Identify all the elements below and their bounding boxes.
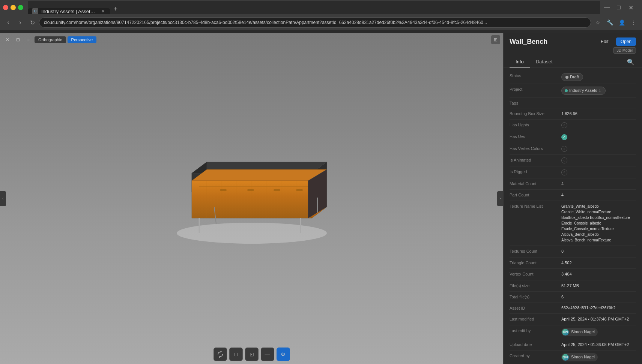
tags-row: Tags xyxy=(510,98,636,108)
viewport: ✕ ⊡ ··· Orthographic Perspective ⊞ ‹ xyxy=(0,33,503,364)
svg-rect-17 xyxy=(247,189,254,191)
back-btn[interactable]: ‹ xyxy=(3,17,14,28)
address-bar[interactable] xyxy=(39,17,591,28)
select-icon: □ xyxy=(234,351,237,357)
panel-header-actions: Edit Open xyxy=(596,37,636,46)
created-by-avatar: SN xyxy=(562,354,569,361)
right-sidebar-toggle[interactable]: › xyxy=(497,191,503,206)
edit-btn[interactable]: Edit xyxy=(596,37,613,46)
extension-btn[interactable]: 🔧 xyxy=(604,17,615,28)
status-row: Status Draft xyxy=(510,70,636,84)
forward-btn[interactable]: › xyxy=(15,17,26,28)
viewport-label: Appartment xyxy=(3,357,24,361)
bookmark-btn[interactable]: ☆ xyxy=(592,17,603,28)
select-tool-btn[interactable]: □ xyxy=(229,348,243,361)
orthographic-btn[interactable]: Orthographic xyxy=(35,36,66,43)
toolbar-icons: ☆ 🔧 👤 ⋮ xyxy=(592,17,639,28)
minimize-window-btn[interactable] xyxy=(11,5,16,10)
texture-name-list-label: Texture Name List xyxy=(510,204,558,208)
minimize-browser-btn[interactable]: — xyxy=(601,2,612,13)
grid-icon-btn[interactable]: ⊞ xyxy=(491,35,500,44)
texture-name-list-value: Granite_White_albedo Granite_White_norma… xyxy=(561,204,636,243)
close-browser-btn[interactable]: ✕ xyxy=(625,2,636,13)
browser-controls xyxy=(3,5,23,10)
open-btn[interactable]: Open xyxy=(616,37,636,46)
svg-rect-19 xyxy=(296,189,303,191)
material-count-value: 4 xyxy=(561,181,636,187)
3d-model-badge: 3D Model xyxy=(613,47,636,54)
file-size-row: File(s) size 51.27 MB xyxy=(510,280,636,292)
browser-toolbar: ‹ › ↻ ☆ 🔧 👤 ⋮ xyxy=(0,15,642,30)
created-by-value: SN Simon Nagel xyxy=(561,353,636,361)
textures-count-row: Textures Count 8 xyxy=(510,246,636,257)
active-tab[interactable]: U Industry Assets | Assets | Unity ✕ xyxy=(28,8,110,14)
model-area xyxy=(0,46,503,345)
last-edit-name: Simon Nagel xyxy=(571,329,595,335)
viewport-close-btn[interactable]: ✕ xyxy=(3,35,12,44)
tab-close-btn[interactable]: ✕ xyxy=(100,8,106,14)
is-animated-label: Is Animated xyxy=(510,157,558,162)
part-count-label: Part Count xyxy=(510,192,558,197)
settings-tool-btn[interactable]: ⚙ xyxy=(277,348,290,361)
texture-name-list-row: Texture Name List Granite_White_albedo G… xyxy=(510,201,636,246)
viewport-right-icons: ⊞ xyxy=(491,35,500,44)
is-animated-icon: ○ xyxy=(561,157,567,163)
browser-chrome: U Industry Assets | Assets | Unity ✕ + —… xyxy=(0,0,642,33)
project-badge: Industry Assets 1- xyxy=(561,87,606,94)
frame-icon: ⊡ xyxy=(250,351,254,357)
triangle-count-value: 4,502 xyxy=(561,260,636,266)
maximize-window-btn[interactable] xyxy=(18,5,23,10)
last-edit-by-badge: SN Simon Nagel xyxy=(561,328,598,336)
tab-favicon: U xyxy=(32,8,38,14)
last-modified-label: Last modified xyxy=(510,316,558,321)
tags-label: Tags xyxy=(510,100,558,105)
refresh-btn[interactable]: ↻ xyxy=(27,17,38,28)
is-rigged-label: Is Rigged xyxy=(510,169,558,174)
asset-id-row: Asset ID 662a4028d831a27ded26f0b2 xyxy=(510,303,636,314)
app-container: ✕ ⊡ ··· Orthographic Perspective ⊞ ‹ xyxy=(0,33,642,364)
browser-menu-btn[interactable]: ⋮ xyxy=(628,17,639,28)
svg-rect-18 xyxy=(274,189,280,191)
has-lights-value: ○ xyxy=(561,122,636,128)
is-rigged-icon: ○ xyxy=(561,169,567,175)
project-count: 1- xyxy=(599,88,602,93)
textures-count-label: Textures Count xyxy=(510,249,558,253)
file-size-value: 51.27 MB xyxy=(561,283,636,289)
upload-date-row: Upload date April 25, 2024 • 01:36:08 PM… xyxy=(510,339,636,351)
has-uvs-icon: ✓ xyxy=(561,134,567,140)
file-size-label: File(s) size xyxy=(510,283,558,288)
is-rigged-row: Is Rigged ○ xyxy=(510,166,636,178)
has-uvs-value: ✓ xyxy=(561,134,636,140)
tab-search-btn[interactable]: 🔍 xyxy=(625,57,636,67)
perspective-btn[interactable]: Perspective xyxy=(68,36,96,43)
upload-date-value: April 25, 2024 • 01:36:08 PM GMT+2 xyxy=(561,342,636,348)
viewport-window-btn[interactable]: ⊡ xyxy=(14,35,23,44)
has-vertex-colors-label: Has Vertex Colors xyxy=(510,146,558,151)
new-tab-btn[interactable]: + xyxy=(110,4,121,14)
profile-btn[interactable]: 👤 xyxy=(616,17,627,28)
last-edit-by-row: Last edit by SN Simon Nagel xyxy=(510,325,636,339)
created-by-row: Created by SN Simon Nagel xyxy=(510,351,636,364)
viewport-more-btn[interactable]: ··· xyxy=(24,35,33,44)
3d-model-badge-container: 3D Model xyxy=(504,46,642,54)
bounding-box-label: Bounding Box Size xyxy=(510,111,558,116)
asset-id-label: Asset ID xyxy=(510,306,558,310)
project-value: Industry Assets 1- xyxy=(561,87,636,94)
viewport-toolbar: ✕ ⊡ ··· Orthographic Perspective ⊞ xyxy=(0,33,503,46)
close-window-btn[interactable] xyxy=(3,5,8,10)
status-label: Status xyxy=(510,73,558,78)
frame-tool-btn[interactable]: ⊡ xyxy=(245,348,259,361)
line-tool-btn[interactable]: — xyxy=(261,348,274,361)
project-dot xyxy=(565,89,568,92)
rotate-tool-btn[interactable] xyxy=(213,348,227,361)
tab-info[interactable]: Info xyxy=(510,57,530,67)
is-rigged-value: ○ xyxy=(561,169,636,175)
tab-dataset[interactable]: Dataset xyxy=(530,57,559,67)
restore-browser-btn[interactable]: □ xyxy=(613,2,624,13)
panel-tabs: Info Dataset 🔍 xyxy=(504,54,642,67)
part-count-value: 4 xyxy=(561,192,636,198)
panel-content: Status Draft Project Industry Assets 1- xyxy=(504,67,642,364)
vertex-count-row: Vertex Count 3,404 xyxy=(510,269,636,280)
viewport-bottom-toolbar: □ ⊡ — ⚙ xyxy=(0,345,503,364)
gear-icon: ⚙ xyxy=(281,351,286,357)
